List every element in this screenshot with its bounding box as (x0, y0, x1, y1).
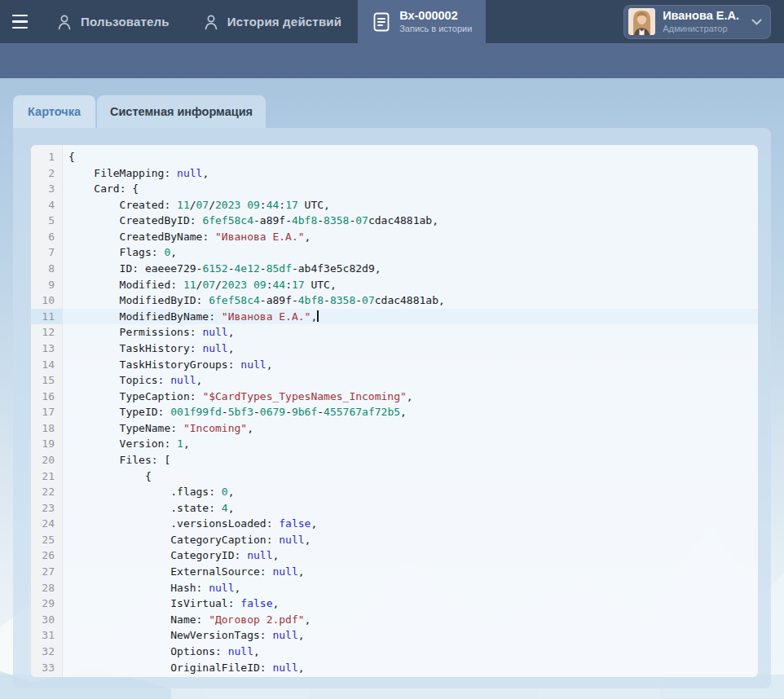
line-number[interactable]: 15 (31, 372, 62, 389)
code-line[interactable]: TaskHistoryGroups: null, (63, 357, 758, 373)
json-viewer[interactable]: 1234567891011121314151617181920212223242… (31, 145, 758, 677)
code-line[interactable]: Flags: 0, (63, 244, 758, 261)
line-number[interactable]: 4 (31, 197, 62, 213)
app-window: Пользователь История действий Вх-000002 … (0, 0, 784, 699)
code-line[interactable]: TypeID: 001f99fd-5bf3-0679-9b6f-455767af… (63, 404, 758, 420)
code-line[interactable]: .flags: 0, (63, 484, 758, 500)
chevron-down-icon (751, 19, 762, 25)
line-number[interactable]: 17 (31, 404, 62, 420)
code-line[interactable]: CategoryCaption: null, (63, 532, 758, 548)
line-number[interactable]: 28 (31, 580, 62, 596)
line-number[interactable]: 11 (31, 309, 62, 325)
code-line[interactable]: CategoryID: null, (63, 547, 758, 564)
line-number[interactable]: 29 (31, 596, 62, 612)
code-line[interactable]: CreatedByName: "Иванова Е.А.", (63, 229, 758, 245)
code-line[interactable]: FileMapping: null, (63, 165, 758, 182)
nav-tab-record-active[interactable]: Вх-000002 Запись в истории (358, 0, 486, 43)
line-number[interactable]: 20 (31, 452, 62, 468)
code-line[interactable]: Hash: null, (63, 580, 758, 596)
code-lines[interactable]: { FileMapping: null, Card: { Created: 11… (63, 145, 758, 677)
nav-tab-action-history[interactable]: История действий (186, 0, 358, 43)
code-line[interactable]: .state: 4, (63, 500, 758, 517)
line-number[interactable]: 5 (31, 213, 62, 229)
code-line[interactable]: TaskHistory: null, (63, 341, 758, 357)
user-icon (202, 12, 220, 32)
nav-tab-label: Пользователь (81, 15, 170, 29)
code-line[interactable]: CreatedByID: 6fef58c4-a89f-4bf8-8358-07c… (63, 213, 758, 229)
code-line[interactable]: Name: "Договор 2.pdf", (63, 612, 758, 628)
line-number[interactable]: 30 (31, 612, 62, 628)
code-line[interactable]: .versionsLoaded: false, (63, 516, 758, 532)
code-line[interactable]: Card: { (63, 181, 758, 197)
code-line[interactable]: ModifiedByID: 6fef58c4-a89f-4bf8-8358-07… (63, 292, 758, 309)
record-tab-title: Вх-000002 (399, 9, 472, 23)
code-line[interactable]: { (63, 149, 758, 165)
user-name: Иванова Е.А. (663, 9, 739, 23)
code-line[interactable]: Created: 11/07/2023 09:44:17 UTC, (63, 197, 758, 213)
line-number[interactable]: 10 (31, 292, 62, 309)
user-icon (55, 12, 73, 32)
document-icon (372, 11, 391, 33)
line-number[interactable]: 7 (31, 244, 62, 261)
line-number[interactable]: 12 (31, 324, 62, 341)
header-band (0, 43, 784, 78)
code-line[interactable]: ModifiedByName: "Иванова Е.А.", (63, 309, 758, 325)
line-number[interactable]: 14 (31, 357, 62, 373)
code-line[interactable]: OriginalFileID: null, (63, 660, 758, 676)
line-number[interactable]: 1 (31, 149, 62, 165)
avatar (628, 8, 655, 35)
code-line[interactable]: ID: eaeee729-6152-4e12-85df-ab4f3e5c82d9… (63, 261, 758, 277)
hamburger-menu-button[interactable] (0, 0, 39, 43)
record-tab-subtitle: Запись в истории (399, 23, 472, 34)
line-number[interactable]: 31 (31, 627, 62, 644)
code-line[interactable]: Files: [ (63, 452, 758, 468)
line-number[interactable]: 8 (31, 261, 62, 277)
line-number[interactable]: 21 (31, 468, 62, 485)
code-line[interactable]: Permissions: null, (63, 324, 758, 341)
code-line[interactable]: Topics: null, (63, 372, 758, 389)
line-number[interactable]: 16 (31, 389, 62, 405)
nav-tab-user[interactable]: Пользователь (39, 0, 186, 43)
code-line[interactable]: { (63, 468, 758, 485)
nav-tab-label: История действий (227, 15, 341, 29)
content-tab-strip: Карточка Системная информация (13, 95, 266, 128)
line-number[interactable]: 2 (31, 165, 62, 182)
line-number[interactable]: 13 (31, 341, 62, 357)
code-line[interactable]: TypeName: "Incoming", (63, 420, 758, 437)
text-cursor (317, 310, 319, 322)
line-number[interactable]: 27 (31, 564, 62, 580)
line-number[interactable]: 23 (31, 500, 62, 517)
line-number[interactable]: 9 (31, 277, 62, 293)
tab-card[interactable]: Карточка (13, 95, 95, 128)
line-number[interactable]: 32 (31, 644, 62, 660)
tab-system-info[interactable]: Системная информация (97, 95, 266, 128)
user-role: Администратор (663, 23, 739, 34)
line-number[interactable]: 26 (31, 547, 62, 564)
line-number[interactable]: 33 (31, 660, 62, 676)
code-line[interactable]: NewVersionTags: null, (63, 627, 758, 644)
code-gutter: 1234567891011121314151617181920212223242… (31, 145, 63, 677)
code-line[interactable]: Options: null, (63, 644, 758, 660)
line-number[interactable]: 6 (31, 229, 62, 245)
code-line[interactable]: ExternalSource: null, (63, 564, 758, 580)
current-user-menu[interactable]: Иванова Е.А. Администратор (623, 5, 771, 39)
line-number[interactable]: 3 (31, 181, 62, 197)
line-number[interactable]: 18 (31, 420, 62, 437)
top-navbar: Пользователь История действий Вх-000002 … (0, 0, 784, 43)
line-number[interactable]: 25 (31, 532, 62, 548)
code-line[interactable]: TypeCaption: "$CardTypes_TypesNames_Inco… (63, 389, 758, 405)
line-number[interactable]: 19 (31, 436, 62, 452)
code-line[interactable]: Version: 1, (63, 436, 758, 452)
code-line[interactable]: IsVirtual: false, (63, 596, 758, 612)
line-number[interactable]: 24 (31, 516, 62, 532)
line-number[interactable]: 22 (31, 484, 62, 500)
code-line[interactable]: Modified: 11/07/2023 09:44:17 UTC, (63, 277, 758, 293)
